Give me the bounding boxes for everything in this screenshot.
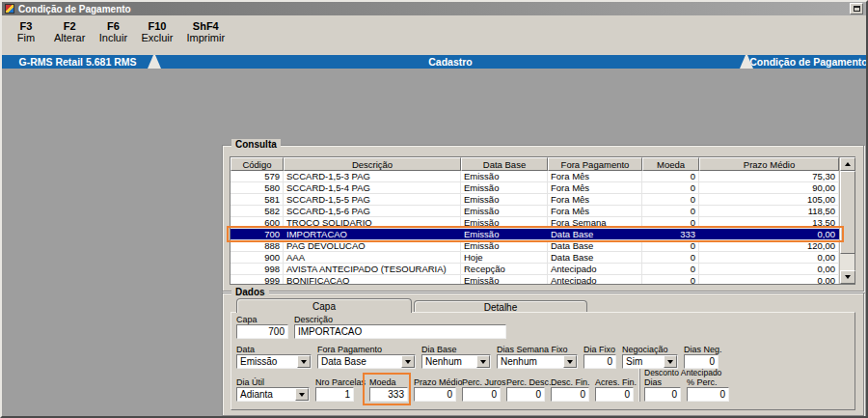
- table-row[interactable]: 888 PAG DEVOLUCAO Emissão Data Base 0 12…: [231, 240, 839, 252]
- table-row[interactable]: 581 SCCARD-1,5-5 PAG Emissão Fora Mês 0 …: [231, 194, 839, 206]
- table-row[interactable]: 582 SCCARD-1,5-6 PAG Emissão Fora Mês 0 …: [231, 206, 839, 217]
- dia-util-value: Adianta: [237, 389, 295, 400]
- fora-pagamento-field: Fora Pagamento Data Base: [317, 345, 416, 369]
- table-row[interactable]: 999 BONIFICACAO Emissão Antecipado 0 0,0…: [231, 275, 839, 284]
- prazo-medio-field: Prazo Médio 0: [414, 377, 456, 402]
- fora-pagamento-select[interactable]: Data Base: [317, 354, 416, 369]
- consulta-legend: Consulta: [231, 139, 281, 151]
- table-cell: Emissão: [461, 275, 548, 284]
- table-cell: 582: [231, 206, 284, 216]
- window-close-button[interactable]: [850, 3, 863, 14]
- dia-base-label: Dia Base: [421, 345, 491, 354]
- table-cell: 0,00: [699, 275, 839, 284]
- chevron-down-icon[interactable]: [476, 355, 490, 368]
- arrow-down-icon: [480, 360, 486, 364]
- arrow-down-icon: [845, 275, 851, 279]
- table-cell: Fora Semana: [548, 217, 642, 228]
- desconto-dias-field: Dias 0: [644, 377, 681, 402]
- dia-util-select[interactable]: Adianta: [236, 387, 310, 402]
- table-cell: 0: [642, 171, 699, 181]
- table-row[interactable]: 600 TROCO SOLIDARIO Emissão Fora Semana …: [231, 217, 839, 229]
- table-cell: SCCARD-1,5-3 PAG: [284, 171, 461, 181]
- table-cell: 580: [231, 182, 284, 193]
- prazo-medio-input[interactable]: 0: [414, 387, 456, 402]
- dia-fixo-value: 0: [607, 356, 612, 367]
- table-row[interactable]: 900 AAA Hoje Data Base 0 0,00: [231, 252, 839, 264]
- negociacao-field: Negociação Sim: [622, 345, 678, 369]
- f2-alterar-button[interactable]: F2 Alterar: [54, 20, 85, 55]
- chevron-down-icon[interactable]: [401, 355, 415, 368]
- table-cell: 700: [231, 229, 284, 239]
- column-header[interactable]: Fora Pagamento: [548, 157, 642, 171]
- arrow-down-icon: [299, 393, 305, 397]
- nro-parcelas-input[interactable]: 1: [315, 387, 354, 402]
- dados-groupbox: Dados Capa Detalhe Capa 700 Descrição IM…: [222, 293, 864, 416]
- descricao-input[interactable]: IMPORTACAO: [294, 324, 506, 339]
- table-cell: 0,00: [699, 252, 839, 263]
- incluir-label: Incluir: [99, 32, 127, 43]
- table-row[interactable]: 579 SCCARD-1,5-3 PAG Emissão Fora Mês 0 …: [231, 171, 839, 182]
- table-cell: Hoje: [461, 252, 548, 263]
- table-cell: 105,00: [699, 194, 839, 205]
- scroll-down-button[interactable]: [840, 270, 855, 284]
- table-cell: 0: [642, 264, 699, 274]
- column-header[interactable]: Código: [231, 157, 284, 171]
- module-label: Cadastro: [428, 56, 473, 68]
- table-cell: Emissão: [461, 182, 548, 193]
- perc-desc-field: Perc. Desc. 0: [506, 377, 545, 402]
- capa-input[interactable]: 700: [236, 324, 288, 339]
- table-cell: Fora Mês: [548, 206, 642, 216]
- table-cell: PAG DEVOLUCAO: [284, 240, 461, 251]
- chevron-down-icon[interactable]: [664, 355, 677, 368]
- dias-neg-input[interactable]: 0: [684, 354, 719, 369]
- dias-semana-fixo-select[interactable]: Nenhum: [497, 354, 578, 369]
- descricao-field: Descrição IMPORTACAO: [294, 315, 506, 339]
- table-cell: 0: [642, 182, 699, 193]
- dia-fixo-input[interactable]: 0: [583, 354, 616, 369]
- chevron-down-icon[interactable]: [295, 388, 309, 401]
- f10-excluir-button[interactable]: F10 Excluir: [141, 20, 173, 55]
- dia-base-select[interactable]: Nenhum: [421, 354, 491, 369]
- table-row[interactable]: 998 AVISTA ANTECIPADO (TESOURARIA) Recep…: [231, 264, 839, 275]
- chevron-down-icon[interactable]: [563, 355, 577, 368]
- table-cell: 0: [642, 194, 699, 205]
- data-select[interactable]: Emissão: [236, 354, 312, 369]
- negociacao-select[interactable]: Sim: [622, 354, 678, 369]
- descricao-value: IMPORTACAO: [298, 326, 362, 337]
- scroll-up-button[interactable]: [840, 157, 855, 171]
- table-cell: 999: [231, 275, 284, 284]
- f6-incluir-button[interactable]: F6 Incluir: [98, 20, 127, 55]
- column-header[interactable]: Moeda: [642, 157, 699, 171]
- dias-neg-label: Dias Neg.: [684, 345, 719, 354]
- arrow-down-icon: [667, 360, 673, 364]
- shf4-imprimir-button[interactable]: ShF4 Imprimir: [186, 20, 225, 55]
- acres-fin-label: Acres. Fin.: [595, 377, 634, 387]
- desconto-perc-input[interactable]: 0: [687, 387, 729, 402]
- column-header[interactable]: Descrição: [284, 157, 461, 171]
- table-row[interactable]: 580 SCCARD-1,5-4 PAG Emissão Fora Mês 0 …: [231, 182, 839, 194]
- perc-juros-input[interactable]: 0: [462, 387, 501, 402]
- table-cell: 75,30: [699, 171, 839, 181]
- column-header[interactable]: Data Base: [461, 157, 548, 171]
- moeda-input[interactable]: 333: [369, 387, 408, 402]
- header-bar: G-RMS Retail 5.681 RMS Cadastro Condição…: [2, 55, 866, 69]
- app-icon: [5, 4, 14, 14]
- dia-base-value: Nenhum: [422, 356, 476, 367]
- table-scrollbar[interactable]: [839, 157, 854, 284]
- scrollbar-thumb[interactable]: [840, 171, 855, 254]
- table-cell: AAA: [284, 252, 461, 263]
- tab-capa[interactable]: Capa: [236, 298, 412, 313]
- dia-base-field: Dia Base Nenhum: [421, 345, 491, 369]
- dados-legend: Dados: [231, 287, 269, 298]
- dia-util-field: Dia Útil Adianta: [236, 377, 310, 402]
- f3-fim-button[interactable]: F3 Fim: [12, 20, 41, 55]
- f10-key-label: F10: [148, 20, 166, 32]
- acres-fin-input[interactable]: 0: [595, 387, 634, 402]
- desc-fin-input[interactable]: 0: [551, 387, 589, 402]
- table-row-selected[interactable]: 700 IMPORTACAO Emissão Data Base 333 0,0…: [231, 229, 839, 240]
- perc-desc-input[interactable]: 0: [506, 387, 545, 402]
- column-header[interactable]: Prazo Médio: [699, 157, 839, 171]
- table-cell: 579: [231, 171, 284, 181]
- desconto-dias-input[interactable]: 0: [644, 387, 681, 402]
- chevron-down-icon[interactable]: [297, 355, 311, 368]
